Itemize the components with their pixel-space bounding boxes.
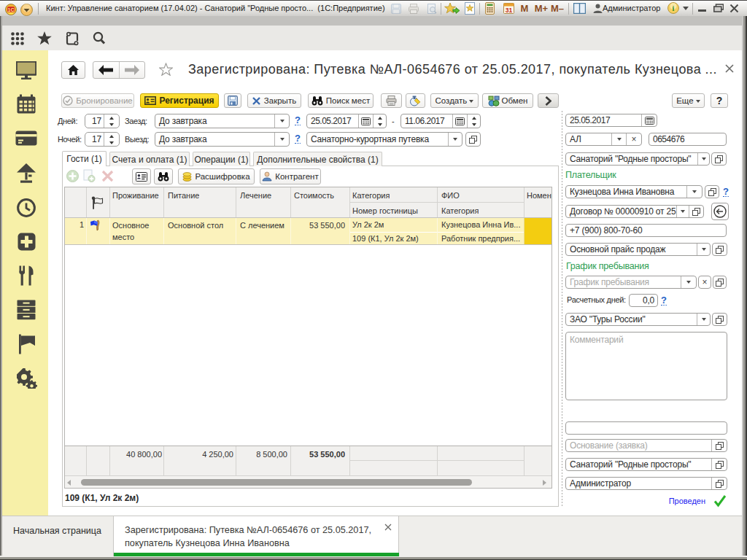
svg-text:31: 31 <box>506 7 513 14</box>
svg-text:1С: 1С <box>8 7 15 12</box>
svg-text:i: i <box>673 4 675 12</box>
